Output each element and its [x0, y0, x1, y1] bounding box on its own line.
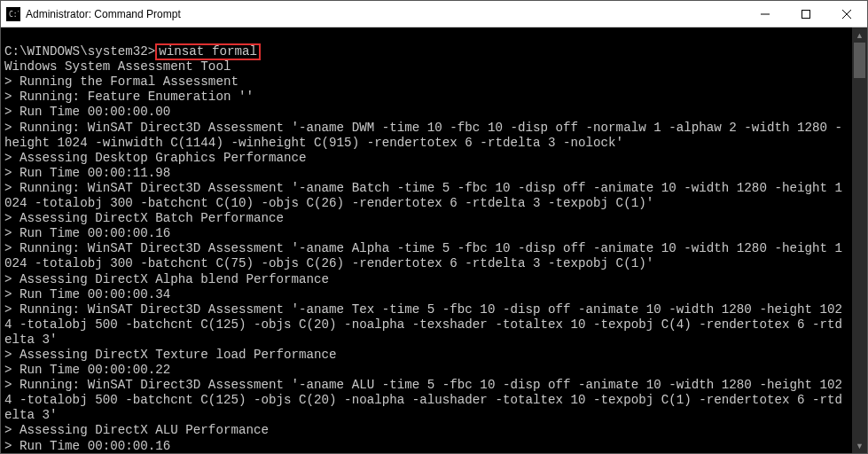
terminal-line: > Run Time 00:00:00.16	[4, 226, 848, 241]
close-icon	[842, 10, 851, 19]
prompt-prefix: C:\WINDOWS\system32>	[4, 44, 155, 59]
terminal-line: > Running: Feature Enumeration ''	[4, 90, 848, 105]
terminal-line: > Running: WinSAT Direct3D Assessment '-…	[4, 121, 848, 151]
terminal-line: > Running: WinSAT Direct3D Assessment '-…	[4, 302, 848, 348]
terminal-line: > Running the Formal Assessment	[4, 74, 848, 90]
scroll-down-icon[interactable]: ▼	[852, 438, 867, 453]
cmd-icon: C:\	[6, 7, 20, 21]
terminal-area: C:\WINDOWS\system32>winsat formalWindows…	[1, 27, 867, 453]
command-prompt-window: C:\ Administrator: Command Prompt C:\WIN…	[0, 0, 868, 454]
window-controls	[745, 1, 867, 27]
maximize-button[interactable]	[786, 1, 826, 27]
terminal-line: > Run Time 00:00:00.22	[4, 363, 848, 378]
scroll-up-icon[interactable]: ▲	[852, 27, 867, 43]
scroll-thumb[interactable]	[854, 43, 865, 78]
terminal-line: > Running: WinSAT Direct3D Assessment '-…	[4, 378, 848, 423]
terminal-line: > Running: WinSAT Direct3D Assessment '-…	[4, 181, 848, 211]
titlebar[interactable]: C:\ Administrator: Command Prompt	[1, 1, 867, 27]
terminal-line: > Run Time 00:00:00.00	[4, 105, 848, 120]
svg-text:C:\: C:\	[9, 11, 19, 19]
terminal-line: > Assessing DirectX Alpha blend Performa…	[4, 272, 848, 287]
terminal-line: > Assessing Desktop Graphics Performance	[4, 151, 848, 166]
terminal-line: > Assessing DirectX Batch Performance	[4, 211, 848, 226]
terminal-line: > Run Time 00:00:00.16	[4, 439, 848, 453]
minimize-icon	[761, 10, 770, 19]
terminal-line: > Assessing DirectX ALU Performance	[4, 423, 848, 438]
prompt-line: C:\WINDOWS\system32>winsat formal	[4, 44, 848, 59]
maximize-icon	[802, 10, 810, 19]
close-button[interactable]	[826, 1, 867, 27]
terminal-line: Windows System Assessment Tool	[4, 59, 848, 74]
terminal-line: > Run Time 00:00:11.98	[4, 166, 848, 181]
terminal-line	[4, 29, 848, 44]
svg-rect-3	[802, 10, 810, 18]
scrollbar[interactable]: ▲ ▼	[852, 27, 867, 453]
terminal-line: > Run Time 00:00:00.34	[4, 287, 848, 302]
minimize-button[interactable]	[745, 1, 786, 27]
terminal-output[interactable]: C:\WINDOWS\system32>winsat formalWindows…	[1, 27, 852, 453]
terminal-line: > Running: WinSAT Direct3D Assessment '-…	[4, 241, 848, 271]
window-title: Administrator: Command Prompt	[26, 8, 745, 20]
command-highlight: winsat formal	[155, 43, 261, 60]
terminal-line: > Assessing DirectX Texture load Perform…	[4, 348, 848, 363]
